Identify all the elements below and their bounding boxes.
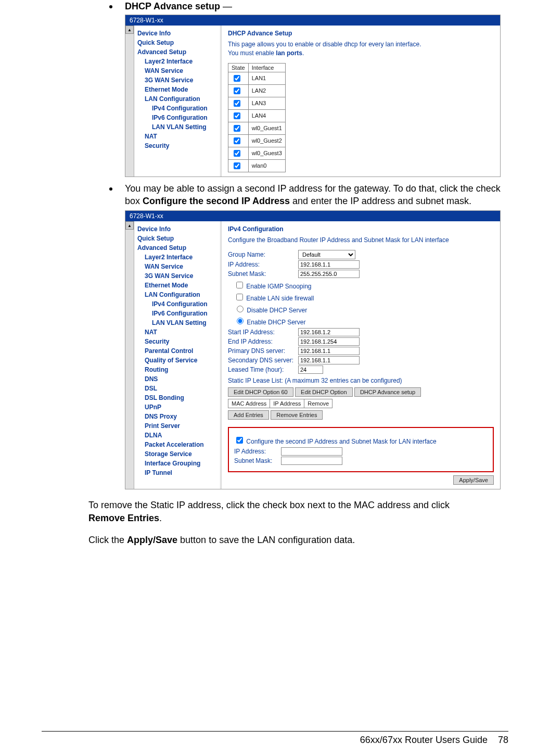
nav-vlan[interactable]: LAN VLAN Setting: [137, 318, 218, 327]
igmp-checkbox[interactable]: [236, 282, 243, 288]
enable-dhcp-radio[interactable]: [237, 318, 244, 324]
remove-entries-button[interactable]: Remove Entries: [271, 410, 323, 420]
nav-tree: Device Info Quick Setup Advanced Setup L…: [134, 26, 222, 177]
state-checkbox[interactable]: [234, 87, 240, 94]
scroll-up-icon[interactable]: ▲: [125, 221, 134, 230]
nav-quick-setup[interactable]: Quick Setup: [137, 234, 218, 243]
label-group: Group Name:: [228, 251, 298, 258]
nav-3gwan[interactable]: 3G WAN Service: [137, 75, 218, 85]
label-start: Start IP Address:: [228, 329, 298, 336]
nav-dsl[interactable]: DSL: [137, 384, 218, 393]
bullet-icon: [109, 5, 112, 8]
nav-ipv4[interactable]: IPv4 Configuration: [137, 104, 218, 113]
bullet-bold: DHCP Advance setup: [125, 1, 220, 11]
nav-pktaccel[interactable]: Packet Acceleration: [137, 440, 218, 449]
nav-ipv4[interactable]: IPv4 Configuration: [137, 299, 218, 309]
nav-parental[interactable]: Parental Control: [137, 346, 218, 356]
footer-page: 78: [498, 735, 508, 745]
nav-eth[interactable]: Ethernet Mode: [137, 85, 218, 94]
nav-routing[interactable]: Routing: [137, 365, 218, 374]
state-checkbox[interactable]: [234, 162, 240, 169]
edit-opt60-button[interactable]: Edit DHCP Option 60: [228, 387, 293, 397]
second-ip-box: Configure the second IP Address and Subn…: [228, 427, 494, 472]
dhcp-advance-button[interactable]: DHCP Advance setup: [354, 387, 421, 397]
label-mask: Subnet Mask:: [228, 270, 298, 278]
nav-print[interactable]: Print Server: [137, 421, 218, 431]
label-mask2: Subnet Mask:: [234, 457, 281, 464]
nav-eth[interactable]: Ethernet Mode: [137, 281, 218, 290]
apply-save-button[interactable]: Apply/Save: [453, 475, 494, 485]
scroll-up-icon[interactable]: ▲: [125, 26, 134, 34]
nav-security[interactable]: Security: [137, 141, 218, 150]
nav-nat[interactable]: NAT: [137, 132, 218, 141]
nav-advanced-setup[interactable]: Advanced Setup: [137, 47, 218, 57]
nav-device-info[interactable]: Device Info: [137, 29, 218, 38]
nav-ipv6[interactable]: IPv6 Configuration: [137, 309, 218, 318]
state-checkbox[interactable]: [234, 100, 240, 107]
screenshot-dhcp-advance: 6728-W1-xx ▲ Device Info Quick Setup Adv…: [125, 15, 501, 177]
page-footer: 66xx/67xx Router Users Guide 78: [42, 731, 508, 746]
table-row: LAN4: [228, 109, 286, 122]
nav-dns[interactable]: DNS: [137, 374, 218, 384]
nav-security[interactable]: Security: [137, 337, 218, 346]
nav-lanconf[interactable]: LAN Configuration: [137, 94, 218, 104]
nav-device-info[interactable]: Device Info: [137, 224, 218, 234]
end-ip-field[interactable]: [298, 337, 360, 346]
nav-nat[interactable]: NAT: [137, 327, 218, 337]
scrollbar[interactable]: ▲: [125, 221, 134, 489]
scrollbar[interactable]: ▲: [125, 26, 134, 177]
state-checkbox[interactable]: [234, 137, 240, 144]
nav-layer2[interactable]: Layer2 Interface: [137, 57, 218, 66]
fw-checkbox[interactable]: [236, 294, 243, 300]
interface-table: StateInterface LAN1 LAN2 LAN3 LAN4 wl0_G…: [228, 63, 286, 172]
nav-ipv6[interactable]: IPv6 Configuration: [137, 113, 218, 122]
th-state: State: [228, 63, 249, 72]
static-lease-table: MAC AddressIP AddressRemove: [228, 399, 332, 408]
table-row: wl0_Guest3: [228, 147, 286, 159]
mask-field[interactable]: [298, 270, 360, 278]
table-row: LAN1: [228, 72, 286, 84]
state-checkbox[interactable]: [234, 125, 240, 132]
group-select[interactable]: Default: [298, 250, 355, 259]
nav-lanconf[interactable]: LAN Configuration: [137, 290, 218, 299]
bullet-text: You may be able to assign a second IP ad…: [125, 182, 508, 208]
panel: DHCP Advance Setup This page allows you …: [222, 26, 500, 177]
nav-3gwan[interactable]: 3G WAN Service: [137, 271, 218, 281]
pdns-field[interactable]: [298, 347, 360, 355]
state-checkbox[interactable]: [234, 150, 240, 157]
edit-opt-button[interactable]: Edit DHCP Option: [295, 387, 352, 397]
label-ip2: IP Address:: [234, 448, 281, 455]
nav-iptunnel[interactable]: IP Tunnel: [137, 468, 218, 477]
mask2-field[interactable]: [281, 457, 342, 465]
nav-dslbond[interactable]: DSL Bonding: [137, 393, 218, 402]
label-pdns: Primary DNS server:: [228, 347, 298, 355]
nav-upnp[interactable]: UPnP: [137, 402, 218, 412]
lease-field[interactable]: [298, 366, 323, 374]
nav-wan[interactable]: WAN Service: [137, 262, 218, 271]
nav-dnsproxy[interactable]: DNS Proxy: [137, 412, 218, 421]
state-checkbox[interactable]: [234, 112, 240, 119]
ip-field[interactable]: [298, 260, 360, 269]
nav-advanced-setup[interactable]: Advanced Setup: [137, 243, 218, 253]
footer-title: 66xx/67xx Router Users Guide: [360, 735, 488, 745]
nav-ifgroup[interactable]: Interface Grouping: [137, 459, 218, 468]
panel-title: DHCP Advance Setup: [228, 30, 494, 37]
ip2-field[interactable]: [281, 447, 342, 456]
add-entries-button[interactable]: Add Entries: [228, 410, 269, 420]
nav-vlan[interactable]: LAN VLAN Setting: [137, 122, 218, 132]
state-checkbox[interactable]: [234, 75, 240, 82]
sdns-field[interactable]: [298, 356, 360, 364]
disable-dhcp-radio[interactable]: [237, 306, 244, 312]
nav-wan[interactable]: WAN Service: [137, 66, 218, 75]
bullet-second-ip: You may be able to assign a second IP ad…: [109, 182, 508, 208]
nav-quick-setup[interactable]: Quick Setup: [137, 38, 218, 47]
start-ip-field[interactable]: [298, 328, 360, 336]
nav-storage[interactable]: Storage Service: [137, 449, 218, 459]
nav-dlna[interactable]: DLNA: [137, 431, 218, 440]
nav-qos[interactable]: Quality of Service: [137, 356, 218, 365]
static-lease-label: Static IP Lease List: (A maximum 32 entr…: [228, 377, 494, 384]
panel-title: IPv4 Configuration: [228, 225, 494, 233]
second-ip-checkbox[interactable]: [236, 437, 243, 444]
nav-layer2[interactable]: Layer2 Interface: [137, 253, 218, 262]
table-row: LAN2: [228, 84, 286, 97]
